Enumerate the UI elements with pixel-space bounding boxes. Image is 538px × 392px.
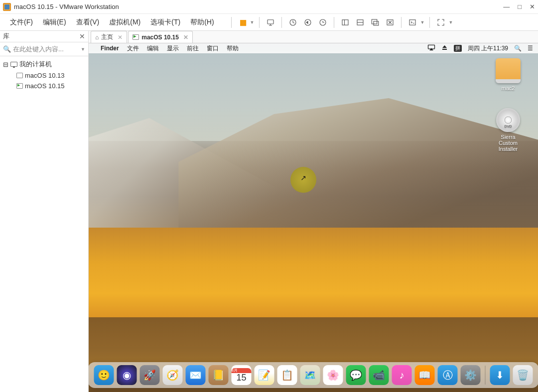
menu-view[interactable]: 查看(V) (71, 16, 105, 29)
toolbar-separator (429, 17, 430, 28)
svg-rect-0 (268, 19, 273, 23)
dock-downloads-icon[interactable]: ⬇ (490, 365, 510, 385)
svg-rect-9 (374, 21, 379, 25)
close-button[interactable]: ✕ (530, 3, 535, 10)
disk-icon (496, 58, 521, 83)
dock-contacts-icon[interactable]: 📒 (209, 365, 229, 385)
airplay-icon[interactable] (427, 44, 435, 52)
calendar-day-label: 15 (236, 373, 246, 382)
macos-app-name[interactable]: Finder (101, 45, 119, 52)
library-sidebar: 库 ✕ 🔍 在此处键入内容... ▼ ⊟ 我的计算机 macOS 10.13 m… (0, 31, 89, 392)
library-title: 库 (3, 32, 9, 41)
menu-edit[interactable]: 编辑(E) (38, 16, 71, 29)
macos-menu-help[interactable]: 帮助 (227, 44, 239, 53)
desktop-dvd-installer[interactable]: Sierra Custom Installer (492, 108, 524, 152)
dock-appstore-icon[interactable]: Ⓐ (438, 365, 458, 385)
dock-finder-icon[interactable]: 🙂 (94, 365, 114, 385)
console-dropdown-icon[interactable]: ▼ (420, 20, 424, 25)
snapshot-button[interactable] (287, 17, 299, 28)
toolbar-separator (231, 17, 232, 28)
input-source-button[interactable]: 拼 (454, 45, 462, 52)
home-icon: ⌂ (95, 34, 99, 41)
window-titlebar: macOS 10.15 - VMware Workstation — □ ✕ (0, 0, 538, 14)
tab-close-icon[interactable]: ✕ (118, 34, 123, 41)
macos-menu-edit[interactable]: 编辑 (147, 44, 159, 53)
desktop-disk-label: mac2 (492, 85, 524, 91)
view-console-button[interactable] (354, 17, 366, 28)
library-header: 库 ✕ (0, 31, 88, 42)
macos-menu-file[interactable]: 文件 (127, 44, 139, 53)
spotlight-icon[interactable]: 🔍 (514, 45, 522, 52)
macos-menu-go[interactable]: 前往 (187, 44, 199, 53)
tree-root-my-computer[interactable]: ⊟ 我的计算机 (2, 58, 86, 70)
tab-home-label: 主页 (101, 33, 113, 41)
dock-safari-icon[interactable]: 🧭 (163, 365, 183, 385)
tab-vm-macos1015[interactable]: macOS 10.15 ✕ (128, 31, 193, 43)
vm-running-icon (16, 83, 23, 89)
library-close-button[interactable]: ✕ (79, 32, 85, 40)
tree-vm-macos1015[interactable]: macOS 10.15 (2, 81, 86, 91)
view-unity-button[interactable] (369, 17, 381, 28)
search-icon: 🔍 (3, 45, 11, 53)
library-search[interactable]: 🔍 在此处键入内容... ▼ (0, 42, 88, 56)
minimize-button[interactable]: — (503, 3, 510, 10)
dock-preferences-icon[interactable]: ⚙️ (461, 365, 481, 385)
dock-calendar-icon[interactable]: 8月 15 (232, 365, 252, 385)
search-dropdown-icon[interactable]: ▼ (81, 47, 85, 52)
maximize-button[interactable]: □ (518, 3, 522, 10)
notification-center-icon[interactable]: ☰ (528, 45, 533, 52)
library-search-placeholder: 在此处键入内容... (13, 45, 64, 54)
console-button[interactable] (406, 17, 418, 28)
toolbar-separator (259, 17, 260, 28)
computer-icon (10, 62, 17, 67)
library-tree: ⊟ 我的计算机 macOS 10.13 macOS 10.15 (0, 56, 88, 93)
dock-siri-icon[interactable]: ◉ (117, 365, 137, 385)
tab-home[interactable]: ⌂ 主页 ✕ (91, 31, 127, 43)
macos-menu-view[interactable]: 显示 (167, 44, 179, 53)
dock-photos-icon[interactable]: 🌸 (323, 365, 343, 385)
eject-icon[interactable] (441, 44, 448, 52)
vmware-app-icon (3, 3, 11, 11)
tab-close-icon[interactable]: ✕ (183, 34, 188, 41)
app-menubar: 文件(F) 编辑(E) 查看(V) 虚拟机(M) 选项卡(T) 帮助(H) ▮▮… (0, 14, 538, 31)
svg-rect-8 (372, 19, 378, 24)
dock-launchpad-icon[interactable]: 🚀 (140, 365, 160, 385)
send-cad-button[interactable] (265, 17, 276, 28)
window-controls: — □ ✕ (503, 3, 535, 10)
fullscreen-button[interactable] (435, 17, 447, 28)
vm-display[interactable]: Finder 文件 编辑 显示 前往 窗口 帮助 拼 周四 上午11:39 🔍 … (89, 43, 538, 392)
view-single-button[interactable] (339, 17, 351, 28)
toolbar-separator (401, 17, 402, 28)
manage-snapshot-button[interactable] (317, 17, 329, 28)
revert-snapshot-button[interactable] (302, 17, 314, 28)
macos-dock: 🙂 ◉ 🚀 🧭 ✉️ 📒 8月 15 📝 📋 🗺️ 🌸 💬 📹 ♪ 📖 Ⓐ (89, 362, 538, 388)
dock-trash-icon[interactable]: 🗑️ (513, 365, 533, 385)
menu-tabs[interactable]: 选项卡(T) (145, 16, 185, 29)
pause-vm-button[interactable]: ▮▮ (237, 17, 249, 28)
desktop-disk-mac2[interactable]: mac2 (492, 58, 524, 91)
window-title: macOS 10.15 - VMware Workstation (14, 3, 119, 10)
dock-itunes-icon[interactable]: ♪ (392, 365, 412, 385)
dock-maps-icon[interactable]: 🗺️ (300, 365, 320, 385)
dock-facetime-icon[interactable]: 📹 (369, 365, 389, 385)
macos-menu-window[interactable]: 窗口 (207, 44, 219, 53)
power-dropdown-icon[interactable]: ▼ (250, 20, 255, 25)
dock-notes-icon[interactable]: 📝 (255, 365, 274, 385)
dock-ibooks-icon[interactable]: 📖 (415, 365, 435, 385)
fullscreen-dropdown-icon[interactable]: ▼ (448, 20, 453, 25)
dock-messages-icon[interactable]: 💬 (346, 365, 366, 385)
dock-mail-icon[interactable]: ✉️ (186, 365, 206, 385)
dvd-icon (496, 108, 520, 132)
macos-clock[interactable]: 周四 上午11:39 (468, 44, 508, 53)
tree-collapse-icon[interactable]: ⊟ (3, 61, 8, 68)
menu-vm[interactable]: 虚拟机(M) (104, 16, 145, 29)
tab-area: ⌂ 主页 ✕ macOS 10.15 ✕ Finder 文件 编辑 显示 (89, 31, 538, 392)
toolbar: ▮▮ ▼ ▼ ▼ (229, 17, 453, 28)
dock-reminders-icon[interactable]: 📋 (277, 365, 297, 385)
menu-help[interactable]: 帮助(H) (185, 16, 219, 29)
menu-file[interactable]: 文件(F) (5, 16, 38, 29)
toolbar-separator (281, 17, 282, 28)
tree-vm-macos1013[interactable]: macOS 10.13 (2, 70, 86, 81)
svg-rect-4 (342, 19, 348, 25)
view-exit-unity-button[interactable] (384, 17, 396, 28)
